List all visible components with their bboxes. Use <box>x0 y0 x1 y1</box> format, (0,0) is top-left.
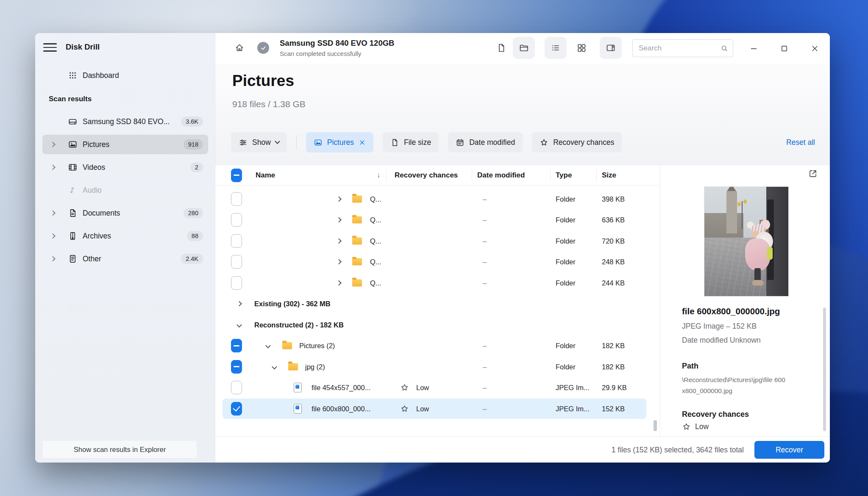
list-scrollbar-thumb[interactable] <box>654 420 657 431</box>
close-button[interactable] <box>805 39 824 58</box>
maximize-button[interactable] <box>774 39 794 58</box>
sidebar-item-archives[interactable]: Archives88 <box>42 226 208 246</box>
filter-chips: PicturesFile sizeDate modifiedRecovery c… <box>306 132 622 152</box>
page-subtitle: 918 files / 1.38 GB <box>232 99 306 109</box>
type-cell: Folder <box>556 195 576 203</box>
chevron-down-icon[interactable] <box>272 364 277 369</box>
column-header-recovery[interactable]: Recovery chances <box>395 171 458 180</box>
chevron-right-icon[interactable] <box>336 238 342 244</box>
row-checkbox[interactable] <box>231 339 242 352</box>
filter-chip-file-size[interactable]: File size <box>383 132 439 152</box>
folder-icon <box>352 195 362 202</box>
sidebar-item-dashboard[interactable]: Dashboard <box>42 66 208 85</box>
date-cell: – <box>483 258 487 266</box>
table-row[interactable]: Q...–Folder720 KB <box>215 230 660 252</box>
minimize-button[interactable] <box>744 39 763 58</box>
chevron-right-icon <box>50 142 56 147</box>
image-file-icon <box>294 383 302 393</box>
row-checkbox[interactable] <box>231 255 242 269</box>
chevron-right-icon[interactable] <box>336 259 342 265</box>
device-title: Samsung SSD 840 EVO 120GB <box>280 39 394 48</box>
chip-label: Pictures <box>327 138 354 147</box>
sidebar-item-audio[interactable]: Audio <box>42 180 208 200</box>
file-view-button[interactable] <box>490 37 512 59</box>
row-checkbox[interactable] <box>231 276 242 290</box>
folder-view-button[interactable] <box>513 37 535 59</box>
row-checkbox[interactable] <box>231 234 242 248</box>
star-icon <box>400 404 409 413</box>
filter-chip-date-modified[interactable]: Date modified <box>448 132 523 152</box>
table-row[interactable]: jpg (2)–Folder182 KB <box>215 356 660 377</box>
chip-label: Date modified <box>469 138 515 147</box>
reset-all-link[interactable]: Reset all <box>786 138 815 147</box>
group-row[interactable]: Existing (302) - 362 MB <box>215 294 660 315</box>
image-icon <box>314 138 323 147</box>
disk-icon <box>68 117 78 127</box>
row-checkbox[interactable] <box>231 213 242 227</box>
show-filter-button[interactable]: Show <box>231 132 287 152</box>
photo-child <box>742 223 776 288</box>
chevron-right-icon[interactable] <box>336 217 342 223</box>
column-header-type[interactable]: Type <box>556 171 572 180</box>
row-checkbox[interactable] <box>231 381 242 394</box>
archives-icon <box>68 231 78 241</box>
filter-chip-recovery-chances[interactable]: Recovery chances <box>532 132 622 152</box>
hamburger-menu-icon[interactable] <box>42 41 58 54</box>
preview-panel-toggle-button[interactable] <box>600 37 622 59</box>
sidebar-item-pictures[interactable]: Pictures918 <box>42 135 208 154</box>
recover-button[interactable]: Recover <box>754 441 824 459</box>
preview-date-modified: Date modified Unknown <box>682 336 761 345</box>
sidebar-item-label: Pictures <box>83 140 109 149</box>
table-row[interactable]: Q...–Folder248 KB <box>215 252 660 273</box>
pictures-icon <box>68 140 78 150</box>
table-row[interactable]: Q...–Folder398 KB <box>215 188 660 210</box>
search-input[interactable] <box>633 40 733 57</box>
name-cell: Q... <box>370 237 381 245</box>
close-icon[interactable] <box>359 139 366 146</box>
table-row[interactable]: Q...–Folder636 KB <box>215 210 660 231</box>
content-hero: Pictures 918 files / 1.38 GB Show Pictur… <box>215 64 830 165</box>
select-all-checkbox[interactable] <box>231 169 242 182</box>
home-button[interactable] <box>228 37 250 59</box>
chip-label: Recovery chances <box>553 138 614 147</box>
table-row[interactable]: Q...–Folder244 KB <box>215 272 660 294</box>
count-badge: 918 <box>184 139 203 150</box>
row-checkbox[interactable] <box>231 402 242 416</box>
grid-view-button[interactable] <box>570 37 593 59</box>
row-checkbox[interactable] <box>231 192 242 206</box>
table-row[interactable]: file 600x800_000...Low–JPEG Im...152 KB <box>215 398 660 419</box>
footer-bar: 1 files (152 KB) selected, 3642 files to… <box>215 436 830 463</box>
column-header-name[interactable]: Name <box>256 171 275 180</box>
table-row[interactable]: file 454x557_000...Low–JPEG Im...29.9 KB <box>215 377 660 399</box>
row-checkbox[interactable] <box>231 360 242 374</box>
count-badge: 88 <box>187 231 203 241</box>
folder-icon <box>352 258 362 266</box>
filter-chip-pictures[interactable]: Pictures <box>306 132 373 152</box>
sidebar-item-samsung-ssd[interactable]: Samsung SSD 840 EVO...3.6K <box>42 112 208 131</box>
chevron-right-icon[interactable] <box>336 196 342 202</box>
sidebar-item-label: Audio <box>83 186 102 195</box>
chevron-down-icon[interactable] <box>236 322 242 327</box>
group-row[interactable]: Reconstructed (2) - 182 KB <box>215 314 660 335</box>
name-cell: Q... <box>370 195 381 203</box>
folder-icon <box>519 43 529 53</box>
size-cell: 248 KB <box>602 258 625 266</box>
show-in-explorer-button[interactable]: Show scan results in Explorer <box>42 441 197 458</box>
chevron-right-icon[interactable] <box>336 280 342 285</box>
panel-scrollbar-thumb[interactable] <box>823 308 826 431</box>
chevron-down-icon[interactable] <box>265 343 271 349</box>
name-cell: Q... <box>370 279 381 287</box>
date-cell: – <box>483 342 487 350</box>
column-header-date[interactable]: Date modified <box>477 171 525 180</box>
chevron-right-icon[interactable] <box>236 301 242 307</box>
table-row[interactable]: Pictures (2)–Folder182 KB <box>215 335 660 357</box>
open-in-new-icon[interactable] <box>808 169 818 179</box>
list-view-button[interactable] <box>545 37 567 59</box>
sidebar-item-videos[interactable]: Videos2 <box>42 158 208 177</box>
chevron-right-icon <box>50 211 56 216</box>
sidebar-item-documents[interactable]: Documents280 <box>42 203 208 223</box>
sidebar-item-other[interactable]: Other2.4K <box>42 249 208 269</box>
home-icon <box>234 43 245 53</box>
name-cell: Q... <box>370 216 381 224</box>
column-header-size[interactable]: Size <box>602 171 616 180</box>
